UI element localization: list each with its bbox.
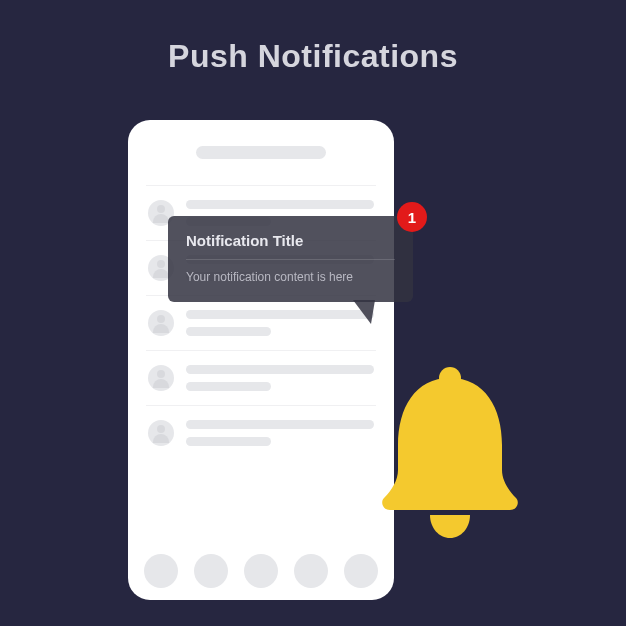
text-placeholder xyxy=(186,420,374,429)
avatar-placeholder xyxy=(148,420,174,446)
notification-title: Notification Title xyxy=(186,232,395,249)
notification-badge: 1 xyxy=(397,202,427,232)
nav-dot xyxy=(244,554,278,588)
nav-dot xyxy=(344,554,378,588)
list-item xyxy=(146,350,376,405)
list-item xyxy=(146,295,376,350)
notification-body: Your notification content is here xyxy=(186,270,395,284)
text-placeholder xyxy=(186,200,374,209)
status-bar-placeholder xyxy=(196,146,326,159)
avatar-placeholder xyxy=(148,310,174,336)
bell-icon xyxy=(370,360,530,540)
page-title: Push Notifications xyxy=(0,0,626,75)
divider xyxy=(186,259,395,260)
text-placeholder xyxy=(186,327,271,336)
text-placeholder xyxy=(186,382,271,391)
notification-bubble[interactable]: Notification Title Your notification con… xyxy=(168,216,413,302)
text-placeholder xyxy=(186,437,271,446)
bottom-nav-placeholder xyxy=(128,554,394,588)
avatar-placeholder xyxy=(148,365,174,391)
nav-dot xyxy=(194,554,228,588)
text-placeholder xyxy=(186,310,374,319)
list-item xyxy=(146,405,376,460)
phone-mockup xyxy=(128,120,394,600)
nav-dot xyxy=(144,554,178,588)
nav-dot xyxy=(294,554,328,588)
text-placeholder xyxy=(186,365,374,374)
